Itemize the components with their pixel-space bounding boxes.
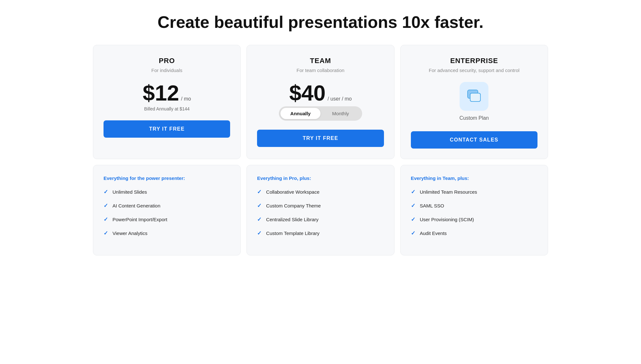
enterprise-cta-button[interactable]: CONTACT SALES [411, 131, 537, 149]
plan-card-enterprise-top: ENTERPRISE For advanced security, suppor… [400, 45, 548, 159]
toggle-monthly[interactable]: Monthly [320, 108, 361, 119]
enterprise-feature-label-1: Unlimited Team Resources [420, 189, 477, 195]
pro-price-unit: / mo [181, 96, 191, 102]
plan-card-team-top: TEAM For team collaboration $40 / user /… [246, 45, 394, 159]
pro-feature-label-4: Viewer Analytics [112, 231, 147, 236]
page-title: Create beautiful presentations 10x faste… [10, 13, 631, 32]
pro-feature-1: ✓ Unlimited Slides [104, 189, 230, 195]
team-feature-1: ✓ Collaborative Workspace [257, 189, 384, 195]
billing-toggle[interactable]: Annually Monthly [279, 106, 362, 121]
pro-cta-button[interactable]: TRY IT FREE [104, 120, 230, 138]
enterprise-feature-3: ✓ User Provisioning (SCIM) [411, 216, 537, 223]
check-icon-1: ✓ [104, 189, 108, 195]
team-price-unit: / user / mo [328, 96, 352, 102]
enterprise-feature-2: ✓ SAML SSO [411, 202, 537, 209]
check-icon-7: ✓ [257, 216, 262, 223]
check-icon-6: ✓ [257, 202, 262, 209]
team-feature-3: ✓ Centralized Slide Library [257, 216, 384, 223]
team-feature-2: ✓ Custom Company Theme [257, 202, 384, 209]
pro-feature-3: ✓ PowerPoint Import/Export [104, 216, 230, 223]
team-plan-name: TEAM [310, 57, 331, 65]
enterprise-feature-1: ✓ Unlimited Team Resources [411, 189, 537, 195]
enterprise-icon-wrap [460, 82, 488, 111]
check-icon-3: ✓ [104, 216, 108, 223]
plan-card-pro-top: PRO For individuals $12 / mo Billed Annu… [93, 45, 241, 159]
pro-billing-note: Billed Annually at $144 [144, 106, 190, 111]
team-feature-label-3: Centralized Slide Library [266, 217, 318, 222]
pro-plan-name: PRO [159, 57, 175, 65]
pro-feature-4: ✓ Viewer Analytics [104, 230, 230, 237]
custom-plan-label: Custom Plan [460, 115, 489, 121]
team-features-heading: Everything in Pro, plus: [257, 175, 384, 181]
enterprise-plan-tagline: For advanced security, support and contr… [429, 68, 520, 73]
check-icon-9: ✓ [411, 189, 415, 195]
enterprise-feature-4: ✓ Audit Events [411, 230, 537, 237]
pricing-grid: PRO For individuals $12 / mo Billed Annu… [93, 45, 548, 255]
svg-rect-2 [470, 93, 480, 101]
enterprise-feature-label-4: Audit Events [420, 231, 447, 236]
enterprise-features-heading: Everything in Team, plus: [411, 175, 537, 181]
check-icon-10: ✓ [411, 202, 415, 209]
plan-card-team-bottom: Everything in Pro, plus: ✓ Collaborative… [246, 165, 394, 255]
check-icon-2: ✓ [104, 202, 108, 209]
check-icon-12: ✓ [411, 230, 415, 237]
enterprise-plan-name: ENTERPRISE [450, 57, 498, 65]
check-icon-4: ✓ [104, 230, 108, 237]
pro-feature-label-2: AI Content Generation [112, 203, 160, 208]
check-icon-11: ✓ [411, 216, 415, 223]
team-price-amount: $40 [289, 82, 325, 104]
plan-card-enterprise-bottom: Everything in Team, plus: ✓ Unlimited Te… [400, 165, 548, 255]
chat-icon [466, 88, 482, 105]
pro-plan-tagline: For individuals [151, 68, 182, 73]
enterprise-feature-label-3: User Provisioning (SCIM) [420, 217, 474, 222]
team-price-row: $40 / user / mo [289, 82, 352, 104]
team-cta-button[interactable]: TRY IT FREE [257, 130, 384, 147]
check-icon-5: ✓ [257, 189, 262, 195]
plan-card-pro-bottom: Everything for the power presenter: ✓ Un… [93, 165, 241, 255]
pro-feature-2: ✓ AI Content Generation [104, 202, 230, 209]
team-feature-label-4: Custom Template Library [266, 231, 319, 236]
pro-features-heading: Everything for the power presenter: [104, 175, 230, 181]
pro-feature-label-3: PowerPoint Import/Export [112, 217, 167, 222]
team-feature-label-2: Custom Company Theme [266, 203, 321, 208]
team-feature-4: ✓ Custom Template Library [257, 230, 384, 237]
team-feature-label-1: Collaborative Workspace [266, 189, 319, 195]
pro-feature-label-1: Unlimited Slides [112, 189, 147, 195]
check-icon-8: ✓ [257, 230, 262, 237]
toggle-annually[interactable]: Annually [280, 108, 320, 119]
pro-price-row: $12 / mo [143, 82, 191, 104]
pro-price-amount: $12 [143, 82, 179, 104]
team-plan-tagline: For team collaboration [296, 68, 344, 73]
enterprise-feature-label-2: SAML SSO [420, 203, 444, 208]
